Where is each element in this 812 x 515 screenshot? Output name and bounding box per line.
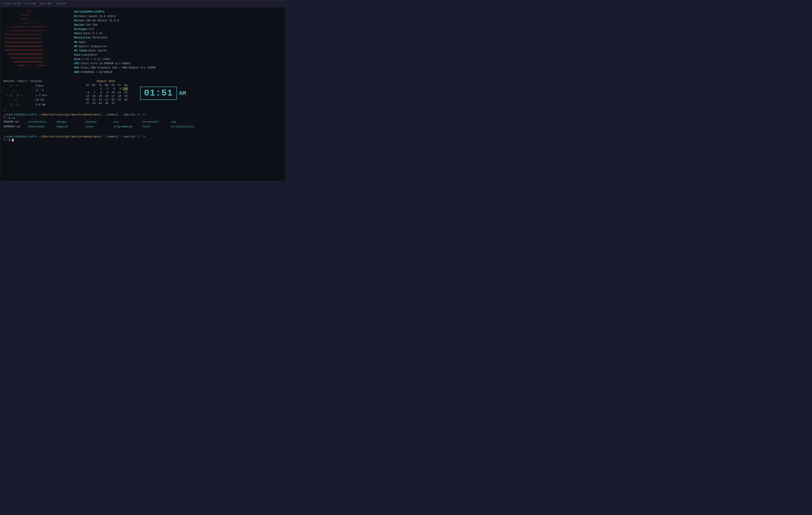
info-row: Kernel: x86_64 Darwin 22.6.0 <box>74 19 155 23</box>
info-row: GPU: Intel UHD Graphics 630 / AMD Radeon… <box>74 66 155 70</box>
info-row: Uptime: 11h 15m <box>74 23 155 27</box>
title-network-up: ▣ 6.1 kB↑ <box>40 2 52 5</box>
info-row: Shell: bash 5.2.15 <box>74 31 155 36</box>
weather-art-row4: `-' 16 km <box>4 98 67 102</box>
weather-widget: Weather report: sanjose \ / Clear .-. 17… <box>4 80 67 107</box>
info-row: Font: ComicMono <box>74 53 155 57</box>
info-row: CPU: Intel Core i9-9980HK @ 2.40GHz <box>74 61 155 66</box>
calendar-row: 20212223242526 <box>80 98 132 101</box>
calendar-title: August 2023 <box>80 80 132 83</box>
prompt-cmd-2: ╰─ $ <box>4 138 282 142</box>
prompt-line-2: ╭─(marslo@iMarsloPro ~/iMarslo/tools/git… <box>4 135 282 138</box>
info-row: OS: 64bit macOS 13.5 22G74 <box>74 14 155 19</box>
clock-widget: 01:51 AM <box>140 80 186 107</box>
weather-content: \ / Clear .-. 17 °C ― ( ) ― ↘ 2 m/s ` <box>4 84 67 107</box>
prompt-cmd-1: ╰─ $ ls <box>4 116 282 120</box>
info-row: Packages: 214 <box>74 27 155 31</box>
weather-title: Weather report: sanjose <box>4 80 67 83</box>
ls-row-1: README.md artifactory devops jenkins osx… <box>4 120 282 125</box>
clock-ampm: AM <box>179 90 186 97</box>
ascii-art: -/+:. :++++. /+++/. .:-::-.+/:-..`.::-. … <box>4 9 70 75</box>
calendar-row: 13141516171819 <box>80 94 132 98</box>
info-username: marslo@iMarsloPro <box>74 9 155 14</box>
weather-art-row1: \ / Clear <box>4 84 67 88</box>
widgets-section: Weather report: sanjose \ / Clear .-. 17… <box>4 80 282 107</box>
shell-icon: % <box>56 2 57 5</box>
info-rows: OS: 64bit macOS 13.5 22G74Kernel: x86_64… <box>74 14 155 75</box>
info-row: WM Theme: Blue (Dark) <box>74 49 155 53</box>
prompt-section-1: › ╭─(marslo@iMarsloPro ~/iMarslo/tools/g… <box>4 110 282 120</box>
weather-art-row2: .-. 17 °C <box>4 88 67 93</box>
title-network-down: ⬡ 1.0 kB↓ <box>24 2 37 5</box>
prompt-line-1: ╭─(marslo@iMarsloPro ~/iMarslo/tools/git… <box>4 113 282 116</box>
calendar-widget: August 2023 Su Mo Tu We Th Fr Sa 1234567… <box>80 80 132 107</box>
neofetch-section: -/+:. :++++. /+++/. .:-::-.+/:-..`.::-. … <box>4 9 282 75</box>
separator <box>4 75 282 79</box>
calendar-row: 6789101112 <box>80 91 132 94</box>
info-row: DE: Aqua <box>74 40 155 44</box>
clock-icon: ⊙ <box>3 2 4 5</box>
title-shell: % %-bash <box>56 2 66 5</box>
info-row: WM: Quartz Compositor <box>74 44 155 49</box>
prompt-section-2: ╭─(marslo@iMarsloPro ~/iMarslo/tools/git… <box>4 135 282 142</box>
calendar-row: 2728293031 <box>80 102 132 105</box>
download-icon: ⬡ <box>24 2 26 5</box>
clock-display: 01:51 <box>140 87 177 100</box>
sys-info: marslo@iMarsloPro OS: 64bit macOS 13.5 2… <box>70 9 155 75</box>
prompt-chevron-1: › <box>4 110 282 113</box>
calendar-body: 1234567891011121314151617181920212223242… <box>80 87 132 105</box>
weather-art-row5: / \ 0.0 mm <box>4 102 67 107</box>
ls-row-2: SUMMARY.md cheatsheet english linux prog… <box>4 125 282 129</box>
info-row: Resolution: 3072x1920 <box>74 36 155 40</box>
info-row: Disk: 1.1T / 2.1T (54%) <box>74 57 155 61</box>
ls-output: README.md artifactory devops jenkins osx… <box>4 120 282 129</box>
cursor <box>12 139 13 142</box>
title-bar: ⊙ 8/05, 01:58 ⬡ 1.0 kB↓ ▣ 6.1 kB↑ % %-ba… <box>0 0 286 7</box>
calendar-row: 12345 <box>80 87 132 90</box>
weather-art-row3: ― ( ) ― ↘ 2 m/s <box>4 93 67 98</box>
upload-icon: ▣ <box>40 2 41 5</box>
terminal-window: ⊙ 8/05, 01:58 ⬡ 1.0 kB↓ ▣ 6.1 kB↑ % %-ba… <box>0 0 286 181</box>
title-date: ⊙ 8/05, 01:58 <box>3 2 21 5</box>
terminal-content: -/+:. :++++. /+++/. .:-::-.+/:-..`.::-. … <box>0 7 286 181</box>
chevron-2: › <box>4 129 282 132</box>
info-row: RAM: 14398MiB / 32768MiB <box>74 70 155 75</box>
calendar-header: Su Mo Tu We Th Fr Sa <box>80 84 132 87</box>
